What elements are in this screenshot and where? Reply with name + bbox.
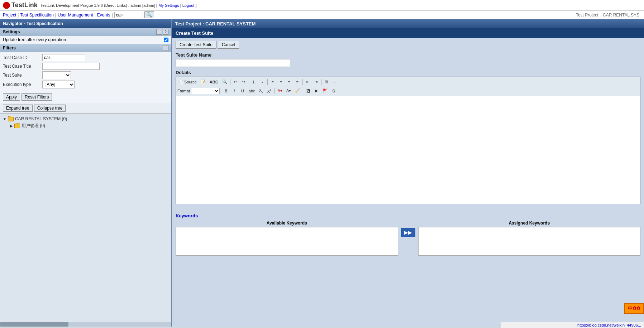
child-folder-icon bbox=[14, 124, 20, 128]
toolbar-table-btn[interactable]: ⊞ bbox=[323, 78, 330, 85]
toolbar-undo-btn[interactable]: ↩ bbox=[232, 78, 239, 85]
user-management-link[interactable]: User Management bbox=[58, 13, 93, 18]
toolbar-underline-btn[interactable]: U bbox=[239, 88, 247, 94]
toolbar-doc-btn[interactable]: 📝 bbox=[199, 78, 207, 85]
filters-title: Filters bbox=[3, 45, 16, 50]
filter-suite-label: Test Suite bbox=[3, 73, 42, 78]
editor-area[interactable] bbox=[176, 96, 640, 204]
child-arrow-icon: ▶ bbox=[10, 124, 13, 128]
collapse-tree-btn[interactable]: Collapse tree bbox=[34, 105, 66, 112]
toolbar-sep4 bbox=[302, 79, 303, 85]
keywords-title: Keywords bbox=[176, 213, 640, 218]
toolbar-strike-btn[interactable]: abc bbox=[247, 88, 257, 94]
filters-collapse-btn[interactable]: − bbox=[163, 45, 168, 51]
logout-link[interactable]: Logout bbox=[182, 3, 195, 8]
toolbar-text-color-btn[interactable]: A▾ bbox=[285, 87, 293, 94]
toolbar-sep7 bbox=[275, 88, 275, 94]
filter-title-label: Test Case Title bbox=[3, 64, 42, 69]
tree-root-item[interactable]: ▼ CAR RENTAL SYSTEM (0) bbox=[3, 116, 168, 122]
toolbar-ul-btn[interactable]: • bbox=[258, 79, 266, 85]
toolbar-eraser-btn[interactable]: 🧹 bbox=[293, 87, 302, 94]
format-select[interactable] bbox=[191, 88, 220, 94]
toolbar-indent-btn[interactable]: ⇥ bbox=[312, 78, 320, 85]
toolbar-italic-btn[interactable]: I bbox=[230, 88, 238, 94]
editor-wrapper: 📄 Source 📝 ABC 🔍 ↩ ↪ 1. • bbox=[176, 77, 640, 204]
toolbar-sup-btn[interactable]: X2 bbox=[266, 87, 273, 95]
filter-table: Test Case ID Test Case Title Test Suite … bbox=[0, 52, 171, 92]
suite-name-input[interactable] bbox=[176, 59, 290, 67]
reset-filters-btn[interactable]: Reset Filters bbox=[22, 93, 52, 101]
tree-root-label: CAR RENTAL SYSTEM (0) bbox=[15, 116, 67, 121]
keywords-columns: Available Keywords ▶▶ Assigned Keywords bbox=[176, 221, 640, 256]
nav-sep1: | bbox=[18, 13, 19, 18]
toolbar-media-btn[interactable]: ▶ bbox=[313, 87, 320, 94]
toolbar-row1: 📄 Source 📝 ABC 🔍 ↩ ↪ 1. • bbox=[177, 78, 639, 86]
search-button[interactable]: 🔍 bbox=[144, 11, 154, 18]
right-panel-header: Test Project : CAR RENTAL SYSTEM bbox=[172, 19, 644, 28]
settings-help-btn[interactable]: ? bbox=[163, 29, 168, 35]
cancel-btn[interactable]: Cancel bbox=[218, 41, 239, 49]
app-logo-text: TestLink bbox=[11, 1, 38, 9]
keywords-add-btn[interactable]: ▶▶ bbox=[401, 228, 415, 237]
filter-suite-select[interactable] bbox=[42, 71, 71, 79]
settings-collapse-btn[interactable]: − bbox=[156, 29, 162, 35]
apply-btn[interactable]: Apply bbox=[3, 93, 20, 101]
action-buttons: Create Test Suite Cancel bbox=[176, 41, 640, 49]
toolbar-justify-btn[interactable]: ≡ bbox=[294, 79, 301, 85]
toolbar-find-btn[interactable]: 🔍 bbox=[220, 78, 229, 85]
filters-header: Filters − bbox=[0, 44, 171, 52]
create-test-suite-btn[interactable]: Create Test Suite bbox=[176, 41, 216, 49]
toolbar-flag-btn[interactable]: 🚩 bbox=[321, 87, 329, 94]
filter-row-title: Test Case Title bbox=[3, 63, 168, 70]
toolbar-sep3 bbox=[267, 79, 268, 85]
source-icon: 📄 bbox=[179, 80, 183, 84]
available-keywords-list[interactable] bbox=[176, 227, 398, 256]
toolbar-sep5 bbox=[321, 79, 321, 85]
update-tree-checkbox[interactable] bbox=[164, 38, 168, 42]
assigned-keywords-col: Assigned Keywords bbox=[418, 221, 641, 256]
toolbar-source-btn[interactable]: 📄 Source bbox=[177, 79, 199, 85]
events-link[interactable]: Events bbox=[97, 13, 110, 18]
title-end: ] bbox=[195, 3, 196, 8]
filter-id-label: Test Case ID bbox=[3, 55, 42, 60]
toolbar-bold-btn[interactable]: B bbox=[222, 88, 230, 94]
filter-execution-label: Execution type bbox=[3, 82, 42, 87]
create-test-suite-panel: Create Test Suite Create Test Suite Canc… bbox=[172, 28, 644, 327]
toolbar-image-btn[interactable]: 🖼 bbox=[304, 88, 312, 94]
nav-bar: Project | Test Specification | User Mana… bbox=[0, 11, 644, 19]
root-arrow-icon: ▼ bbox=[3, 117, 6, 121]
project-link[interactable]: Project bbox=[3, 13, 16, 18]
toolbar-font-color-btn[interactable]: A▾ bbox=[276, 87, 284, 94]
filter-title-input[interactable] bbox=[42, 63, 100, 70]
search-input[interactable] bbox=[114, 12, 143, 18]
filter-execution-select[interactable]: [Any] bbox=[42, 81, 75, 88]
details-label: Details bbox=[176, 70, 640, 75]
testlink-logo-icon bbox=[3, 2, 10, 9]
tree-scrollbar[interactable] bbox=[0, 322, 171, 327]
toolbar-align-center-btn[interactable]: ≡ bbox=[277, 79, 285, 85]
filter-row-execution: Execution type [Any] bbox=[3, 81, 168, 88]
available-keywords-header: Available Keywords bbox=[176, 221, 398, 226]
toolbar-align-left-btn[interactable]: ≡ bbox=[269, 79, 277, 85]
toolbar-ol-btn[interactable]: 1. bbox=[250, 79, 258, 85]
toolbar-outdent-btn[interactable]: ⇤ bbox=[304, 78, 312, 85]
test-specification-link[interactable]: Test Specification bbox=[20, 13, 53, 18]
nav-sep2: | bbox=[55, 13, 56, 18]
my-settings-link[interactable]: My Settings bbox=[158, 3, 179, 8]
settings-title: Settings bbox=[3, 29, 20, 34]
filter-row-id: Test Case ID bbox=[3, 54, 168, 61]
toolbar-sep8 bbox=[303, 88, 303, 94]
expand-tree-btn[interactable]: Expand tree bbox=[3, 105, 33, 112]
tree-child-item[interactable]: ▶ 用户管理 (0) bbox=[10, 122, 168, 130]
toolbar-sub-btn[interactable]: X2 bbox=[257, 87, 265, 95]
toolbar-redo-btn[interactable]: ↪ bbox=[240, 78, 248, 85]
app-title-text: TestLink Development Prague 1.9.6 (Direc… bbox=[40, 3, 157, 8]
suite-name-label: Test Suite Name bbox=[176, 52, 640, 58]
toolbar-abc-btn[interactable]: ABC bbox=[208, 79, 220, 85]
toolbar-omega-btn[interactable]: Ω bbox=[330, 88, 338, 94]
toolbar-hr-btn[interactable]: ─ bbox=[331, 79, 339, 85]
filter-id-input[interactable] bbox=[42, 54, 85, 61]
toolbar-align-right-btn[interactable]: ≡ bbox=[285, 79, 293, 85]
assigned-keywords-list[interactable] bbox=[418, 227, 641, 256]
filters-section: Filters − Test Case ID Test Case Title T… bbox=[0, 44, 171, 103]
